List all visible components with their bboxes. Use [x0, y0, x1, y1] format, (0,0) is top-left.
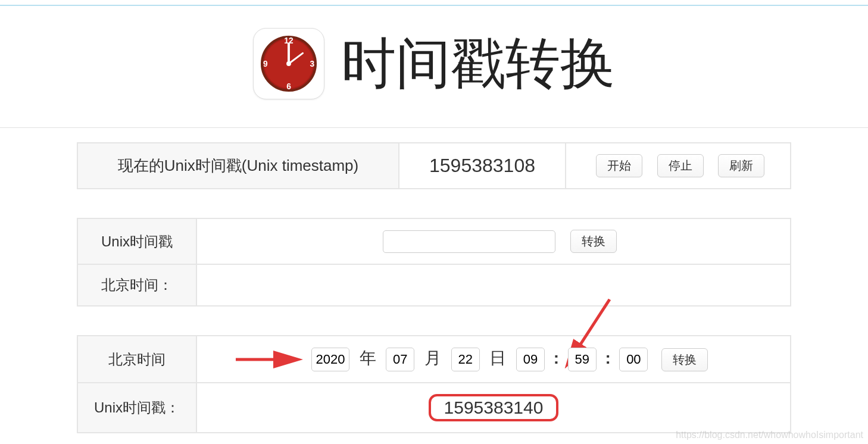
current-timestamp-table: 现在的Unix时间戳(Unix timestamp) 1595383108 开始…: [77, 142, 791, 189]
date-to-ts-result-cell: 1595383140: [196, 383, 791, 433]
ts-to-date-table: Unix时间戳 转换 北京时间：: [77, 218, 791, 307]
ts-to-date-label: Unix时间戳: [77, 218, 196, 264]
ts-input[interactable]: [383, 230, 555, 253]
date-convert-button[interactable]: 转换: [661, 348, 708, 371]
date-to-ts-result-value: 1595383140: [429, 394, 559, 421]
svg-text:6: 6: [286, 82, 291, 91]
ts-to-date-result-cell: [196, 264, 791, 306]
current-ts-buttons: 开始 停止 刷新: [566, 143, 791, 189]
clock-icon: 12 3 6 9: [253, 28, 324, 99]
time-colon-1: :: [554, 349, 559, 367]
time-colon-2: :: [605, 349, 610, 367]
main-content: 现在的Unix时间戳(Unix timestamp) 1595383108 开始…: [77, 142, 791, 433]
svg-text:3: 3: [310, 60, 314, 68]
refresh-button[interactable]: 刷新: [718, 154, 764, 177]
ts-to-date-result-label: 北京时间：: [77, 264, 196, 306]
month-input[interactable]: [386, 348, 414, 371]
date-to-ts-result-label: Unix时间戳：: [77, 383, 196, 433]
watermark: https://blog.csdn.net/whowhowhoIsimporta…: [676, 430, 863, 440]
stop-button[interactable]: 停止: [657, 154, 704, 177]
current-ts-value: 1595383108: [399, 143, 566, 189]
page-title: 时间戳转换: [341, 27, 615, 101]
header-divider: [0, 127, 868, 128]
day-unit: 日: [489, 349, 506, 367]
page-header: 12 3 6 9 时间戳转换: [0, 6, 868, 127]
ts-to-date-input-cell: 转换: [196, 218, 791, 264]
svg-point-8: [286, 61, 291, 66]
year-input[interactable]: [311, 348, 349, 371]
annotation-arrow-1: [233, 348, 304, 371]
ts-convert-button[interactable]: 转换: [570, 230, 617, 253]
svg-text:9: 9: [263, 60, 268, 68]
second-input[interactable]: [619, 348, 648, 371]
current-ts-label: 现在的Unix时间戳(Unix timestamp): [77, 143, 399, 189]
minute-input[interactable]: [568, 348, 597, 371]
top-bar: [0, 0, 868, 6]
date-to-ts-table: 北京时间 年 月 日 : :: [77, 335, 791, 433]
year-unit: 年: [360, 349, 376, 367]
date-input-cell: 年 月 日 : : 转换: [196, 336, 791, 383]
month-unit: 月: [424, 349, 441, 367]
date-to-ts-label: 北京时间: [77, 336, 196, 383]
day-input[interactable]: [451, 348, 480, 371]
hour-input[interactable]: [516, 348, 545, 371]
start-button[interactable]: 开始: [596, 154, 642, 177]
